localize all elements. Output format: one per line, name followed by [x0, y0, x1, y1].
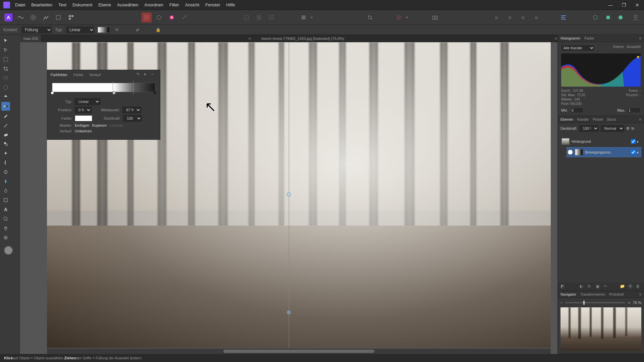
adjustment-icon[interactable]: ◐ — [580, 284, 585, 289]
scrollbar-thumb[interactable] — [223, 350, 375, 353]
photo-persona-icon[interactable] — [142, 12, 151, 22]
selection-add-icon[interactable] — [254, 12, 264, 22]
tab-close-icon[interactable]: ✕ — [248, 37, 251, 41]
color-tab[interactable]: Farbe — [584, 36, 594, 40]
minimize-icon[interactable]: — — [607, 2, 614, 8]
app-logo-icon[interactable]: A — [3, 12, 13, 22]
persona-develop-icon[interactable] — [41, 12, 51, 22]
gradient-editor-bar[interactable] — [52, 83, 155, 92]
min-field[interactable] — [570, 108, 584, 113]
opacity-field[interactable]: 100 % — [123, 115, 142, 122]
menu-dokument[interactable]: Dokument — [72, 2, 92, 7]
color-picker-tool-icon[interactable] — [1, 233, 10, 242]
eyedropper-icon[interactable]: ✎ — [137, 72, 142, 77]
gradient-handle-start[interactable] — [287, 192, 291, 196]
slider-handle[interactable] — [583, 301, 585, 305]
channel-select[interactable]: Alle Kanäle — [561, 45, 595, 51]
transform-tab[interactable]: Transformieren — [580, 292, 605, 296]
move-tool-icon[interactable] — [1, 36, 10, 45]
persona-photo-icon[interactable] — [16, 12, 25, 22]
rotate-icon[interactable]: ⟲ — [113, 26, 120, 34]
panel-menu-icon[interactable]: ≡ — [639, 36, 641, 40]
lock-icon[interactable]: 🔒 — [155, 26, 162, 34]
navigator-tab[interactable]: Navigator — [560, 292, 576, 296]
arrange-forward-icon[interactable] — [517, 12, 527, 22]
gear-icon[interactable]: ⚙ — [626, 126, 630, 131]
document-tab[interactable]: man-315 — [20, 35, 42, 42]
smudge-tool-icon[interactable] — [1, 158, 10, 167]
arrange-back-icon[interactable] — [492, 12, 502, 22]
document-tab[interactable]: beech-forest-779902_1920.jpg [Geändert] … — [258, 35, 347, 42]
fill-select[interactable]: Füllung — [21, 26, 52, 33]
menu-datei[interactable]: Datei — [15, 2, 25, 7]
menu-fenster[interactable]: Fenster — [205, 2, 220, 7]
navigator-preview[interactable] — [560, 307, 641, 351]
active-color-swatch[interactable] — [4, 246, 13, 255]
zoom-slider[interactable] — [565, 302, 625, 303]
gradient-stop[interactable] — [112, 91, 116, 95]
delete-stop-link[interactable]: Löschen — [109, 123, 123, 127]
share-icon[interactable] — [615, 12, 625, 22]
menu-ebene[interactable]: Ebene — [98, 2, 111, 7]
circle-outline-icon[interactable]: ○ — [151, 72, 157, 77]
arrange-backward-icon[interactable] — [505, 12, 515, 22]
menu-ansicht[interactable]: Ansicht — [185, 2, 200, 7]
copy-stop-link[interactable]: Kopieren — [92, 123, 107, 127]
menu-anordnen[interactable]: Anordnen — [145, 2, 163, 7]
chevron-down-icon[interactable]: ▾ — [406, 15, 408, 19]
gradient-stop[interactable] — [153, 91, 157, 95]
menu-hilfe[interactable]: Hilfe — [226, 2, 235, 7]
persona-liquify-icon[interactable] — [29, 12, 38, 22]
shape-tool-icon[interactable] — [1, 196, 10, 204]
account-icon[interactable] — [631, 12, 641, 22]
gradient-type-select[interactable]: Linear — [75, 98, 100, 105]
gradient-handle-end[interactable] — [287, 310, 291, 314]
mask-icon[interactable]: ◩ — [560, 284, 566, 289]
close-icon[interactable]: ✕ — [634, 2, 641, 8]
fx-icon[interactable]: fx — [588, 284, 593, 289]
node-tool-icon[interactable] — [1, 46, 10, 54]
blur-tool-icon[interactable] — [1, 177, 10, 186]
cloud-icon[interactable] — [603, 12, 613, 22]
reverse-gradient-link[interactable]: Umkehren — [75, 129, 92, 133]
selection-tool-icon[interactable] — [1, 55, 10, 64]
panel-menu-icon[interactable]: ≡ — [639, 292, 641, 296]
gradient-stop[interactable] — [51, 91, 54, 95]
channels-tab[interactable]: Kanäle — [577, 117, 589, 121]
pen-tool-icon[interactable] — [1, 186, 10, 195]
persona-tone-icon[interactable] — [54, 12, 63, 22]
fx-icon[interactable]: fx — [632, 126, 635, 130]
magic-wand-icon[interactable] — [179, 12, 189, 22]
maximize-icon[interactable]: ❐ — [621, 2, 627, 8]
auswahl-toggle[interactable]: Auswahl — [627, 45, 641, 49]
color-wheel-icon[interactable] — [167, 12, 176, 22]
marquee-tool-icon[interactable] — [1, 83, 10, 92]
gradient-midpoint[interactable] — [133, 81, 136, 95]
text-tool-icon[interactable]: A — [1, 205, 10, 214]
target-icon[interactable] — [394, 12, 404, 22]
tab-close-icon[interactable]: ✕ — [554, 37, 557, 41]
hand-tool-icon[interactable] — [1, 224, 10, 233]
menu-auswaehlen[interactable]: Auswählen — [117, 2, 139, 7]
panel-menu-icon[interactable]: ≡ — [639, 117, 641, 121]
history-tab[interactable]: Protokoll — [609, 292, 624, 296]
zoom-out-button[interactable]: − — [560, 301, 562, 305]
layer-visibility-toggle[interactable] — [631, 139, 636, 144]
chevron-right-icon[interactable]: ▸ — [636, 139, 640, 144]
chevron-right-icon[interactable]: ▸ — [636, 150, 640, 155]
liquify-persona-icon[interactable] — [154, 12, 164, 22]
camera-icon[interactable] — [430, 12, 440, 22]
clone-tool-icon[interactable] — [1, 139, 10, 148]
crop-icon[interactable] — [365, 12, 375, 22]
brush-tool-icon[interactable] — [1, 111, 10, 120]
layer-opacity-field[interactable]: 100 % — [579, 125, 599, 132]
menu-bearbeiten[interactable]: Bearbeiten — [31, 2, 52, 7]
selection-sub-icon[interactable] — [267, 12, 276, 22]
arrange-front-icon[interactable] — [530, 12, 540, 22]
zoom-tool-icon[interactable] — [1, 215, 10, 223]
gradient-swatch[interactable] — [98, 27, 110, 33]
stop-color-swatch[interactable] — [75, 115, 92, 121]
group-icon[interactable]: 📁 — [620, 284, 625, 289]
sync-icon[interactable] — [591, 12, 600, 22]
stock-tab[interactable]: Stock — [607, 117, 616, 121]
